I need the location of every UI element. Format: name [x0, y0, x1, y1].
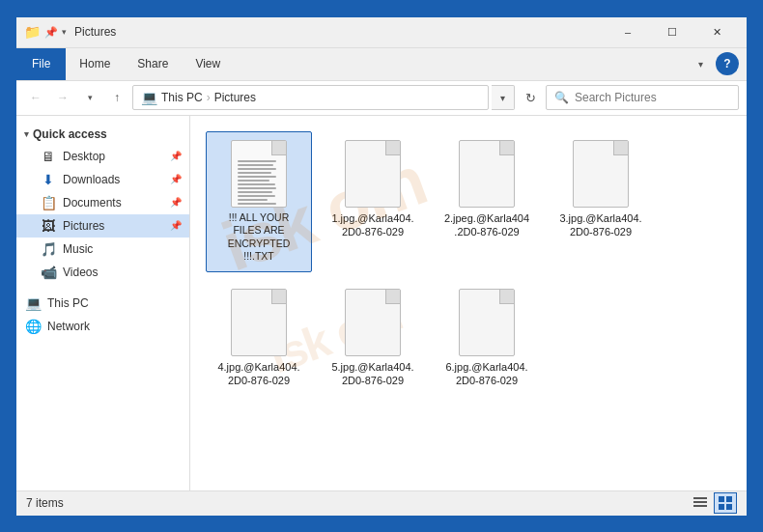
- status-bar: 7 items: [16, 490, 747, 516]
- menu-home[interactable]: Home: [66, 48, 124, 80]
- sidebar-item-pictures[interactable]: 🖼 Pictures 📌: [16, 214, 189, 238]
- sidebar-music-label: Music: [63, 242, 93, 256]
- svg-rect-1: [693, 501, 707, 503]
- file-item-4[interactable]: 4.jpg.@Karla404. 2D0-876-029: [206, 280, 312, 397]
- list-view-button[interactable]: [689, 492, 712, 514]
- view-controls: [689, 492, 737, 514]
- sidebar-item-documents[interactable]: 📋 Documents 📌: [16, 191, 189, 214]
- quick-access-chevron: ▾: [24, 129, 29, 139]
- sidebar-network-label: Network: [47, 320, 90, 333]
- sidebar-item-desktop[interactable]: 🖥 Desktop 📌: [16, 145, 189, 168]
- file-item-3[interactable]: 3.jpg.@Karla404. 2D0-876-029: [548, 131, 654, 273]
- path-icon: 💻: [141, 90, 157, 105]
- file-label-2: 2.jpeg.@Karla404 .2D0-876-029: [438, 211, 535, 239]
- folder-icon: 📁: [24, 24, 41, 40]
- svg-rect-3: [719, 496, 724, 502]
- file-area[interactable]: isk om isk om: [190, 116, 747, 490]
- blank-file-icon-6: [459, 289, 515, 356]
- grid-view-icon: [719, 496, 732, 510]
- window-title: Pictures: [74, 25, 606, 39]
- documents-icon: 📋: [40, 194, 57, 211]
- path-pictures: Pictures: [214, 91, 256, 104]
- this-pc-icon: 💻: [24, 294, 42, 312]
- menu-bar: File Home Share View ▾ ?: [16, 48, 747, 81]
- title-bar-icons: 📁 📌 ▾: [24, 24, 67, 40]
- sidebar-documents-label: Documents: [63, 196, 122, 210]
- quick-access-header[interactable]: ▾ Quick access: [16, 124, 189, 145]
- search-icon: 🔍: [554, 91, 569, 104]
- doc-lines: [238, 160, 280, 205]
- sidebar-item-network[interactable]: 🌐 Network: [16, 315, 189, 338]
- address-path[interactable]: 💻 This PC › Pictures: [132, 85, 489, 110]
- svg-rect-4: [726, 496, 732, 502]
- grid-view-button[interactable]: [714, 492, 737, 514]
- search-box[interactable]: 🔍: [546, 85, 739, 110]
- sidebar: ▾ Quick access 🖥 Desktop 📌 ⬇ Downloads 📌…: [16, 116, 190, 490]
- blank-file-icon-5: [345, 289, 401, 356]
- svg-rect-5: [719, 504, 724, 510]
- downloads-pin-icon: 📌: [170, 174, 182, 184]
- svg-rect-6: [726, 504, 732, 510]
- item-count: 7 items: [26, 496, 64, 510]
- sidebar-item-downloads[interactable]: ⬇ Downloads 📌: [16, 168, 189, 191]
- sidebar-videos-label: Videos: [63, 266, 98, 279]
- file-label-0: !!! ALL YOUR FILES ARE ENCRYPTED !!!.TXT: [228, 211, 291, 265]
- search-input[interactable]: [575, 91, 730, 104]
- sidebar-desktop-label: Desktop: [63, 150, 105, 163]
- title-bar-controls: – ☐ ✕: [606, 16, 739, 47]
- dropdown-icon[interactable]: ▾: [62, 27, 67, 37]
- menu-expand-button[interactable]: ▾: [689, 52, 712, 75]
- maximize-button[interactable]: ☐: [650, 16, 694, 47]
- menu-view[interactable]: View: [182, 48, 234, 80]
- pin-icon: 📌: [44, 26, 58, 39]
- txt-file-icon: [231, 140, 287, 208]
- path-this-pc: This PC: [161, 91, 203, 104]
- path-sep-1: ›: [207, 91, 211, 104]
- file-item-0[interactable]: !!! ALL YOUR FILES ARE ENCRYPTED !!!.TXT: [206, 131, 312, 273]
- list-view-icon: [693, 496, 707, 510]
- address-bar: ← → ▾ ↑ 💻 This PC › Pictures ▾ ↻ 🔍: [16, 81, 747, 116]
- blank-file-icon-1: [345, 140, 401, 208]
- file-item-1[interactable]: 1.jpg.@Karla404. 2D0-876-029: [320, 131, 426, 273]
- refresh-button[interactable]: ↻: [519, 85, 542, 110]
- help-button[interactable]: ?: [716, 52, 739, 75]
- file-label-5: 5.jpg.@Karla404. 2D0-876-029: [325, 360, 421, 388]
- file-item-5[interactable]: 5.jpg.@Karla404. 2D0-876-029: [320, 280, 426, 397]
- blank-file-icon-2: [459, 140, 515, 208]
- title-bar: 📁 📌 ▾ Pictures – ☐ ✕: [16, 17, 747, 48]
- file-grid: !!! ALL YOUR FILES ARE ENCRYPTED !!!.TXT…: [206, 131, 731, 397]
- file-label-1: 1.jpg.@Karla404. 2D0-876-029: [325, 211, 421, 239]
- explorer-window: 📁 📌 ▾ Pictures – ☐ ✕ File Home Share Vie…: [14, 15, 749, 518]
- sidebar-item-music[interactable]: 🎵 Music: [16, 238, 189, 261]
- blank-file-icon-3: [573, 140, 629, 208]
- network-icon: 🌐: [24, 318, 42, 335]
- file-label-6: 6.jpg.@Karla404. 2D0-876-029: [438, 360, 535, 388]
- file-label-3: 3.jpg.@Karla404. 2D0-876-029: [552, 211, 649, 239]
- back-button[interactable]: ←: [24, 86, 47, 109]
- documents-pin-icon: 📌: [170, 197, 182, 208]
- pictures-icon: 🖼: [40, 217, 57, 235]
- sidebar-downloads-label: Downloads: [63, 173, 120, 186]
- forward-button[interactable]: →: [51, 86, 74, 109]
- music-icon: 🎵: [40, 240, 57, 258]
- videos-icon: 📹: [40, 264, 57, 281]
- up-button[interactable]: ↑: [105, 86, 128, 109]
- sidebar-item-videos[interactable]: 📹 Videos: [16, 261, 189, 284]
- sidebar-pictures-label: Pictures: [63, 219, 104, 233]
- path-dropdown-button[interactable]: ▾: [492, 85, 515, 110]
- minimize-button[interactable]: –: [606, 16, 650, 47]
- file-item-6[interactable]: 6.jpg.@Karla404. 2D0-876-029: [434, 280, 540, 397]
- desktop-icon: 🖥: [40, 148, 57, 165]
- blank-file-icon-4: [231, 289, 287, 356]
- close-button[interactable]: ✕: [694, 16, 739, 47]
- menu-share[interactable]: Share: [124, 48, 182, 80]
- pictures-pin-icon: 📌: [170, 220, 182, 231]
- file-label-4: 4.jpg.@Karla404. 2D0-876-029: [211, 360, 307, 388]
- recent-button[interactable]: ▾: [78, 86, 101, 109]
- menu-file[interactable]: File: [16, 48, 66, 80]
- downloads-icon: ⬇: [40, 171, 57, 188]
- desktop-pin-icon: 📌: [170, 151, 182, 161]
- file-item-2[interactable]: 2.jpeg.@Karla404 .2D0-876-029: [434, 131, 540, 273]
- sidebar-item-this-pc[interactable]: 💻 This PC: [16, 292, 189, 315]
- main-content: ▾ Quick access 🖥 Desktop 📌 ⬇ Downloads 📌…: [16, 116, 747, 490]
